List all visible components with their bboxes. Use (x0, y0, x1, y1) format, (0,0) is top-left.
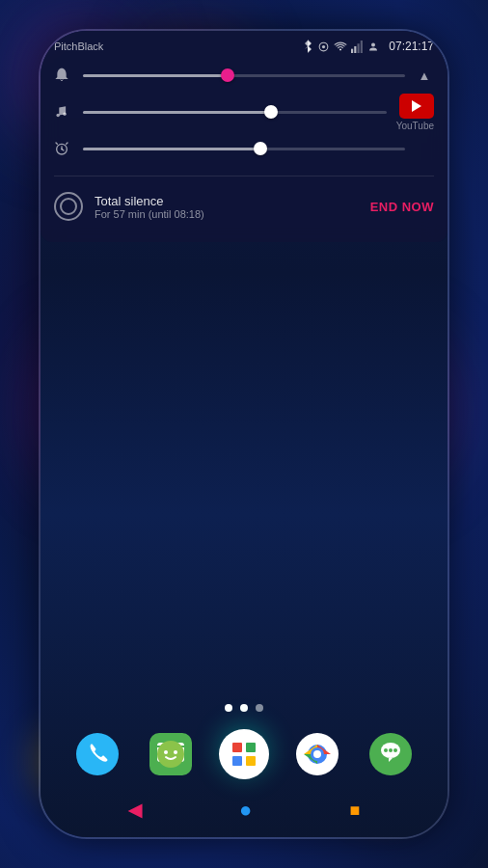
media-slider-thumb[interactable] (264, 105, 278, 119)
silence-subtitle: For 57 min (until 08:18) (95, 208, 204, 220)
youtube-play-button[interactable] (399, 94, 434, 119)
status-icons: 07:21:17 (302, 40, 434, 53)
panel-divider (54, 176, 434, 176)
svg-line-12 (56, 143, 57, 144)
status-time: 07:21:17 (389, 40, 434, 53)
media-slider-row[interactable]: YouTube (41, 93, 447, 131)
svg-point-7 (56, 114, 59, 117)
alarm-slider-row[interactable] (41, 131, 447, 166)
alarm-slider-thumb[interactable] (254, 142, 267, 155)
panel-status-bar: PitchBlack (41, 31, 447, 58)
chrome-svg (296, 733, 339, 775)
music-note-icon (54, 104, 73, 120)
navigation-bar: ◀ ● ■ (41, 789, 447, 831)
svg-line-13 (67, 143, 68, 144)
account-icon (367, 41, 379, 53)
hangouts-svg (369, 733, 412, 775)
dock-icon-chrome[interactable] (292, 729, 342, 779)
silence-icon (54, 192, 83, 221)
silence-icon-inner (60, 198, 77, 215)
youtube-label: YouTube (396, 121, 434, 131)
volume-slider-thumb[interactable] (221, 68, 234, 82)
dock-icon-messenger[interactable] (146, 729, 196, 779)
svg-point-22 (174, 750, 177, 754)
notification-panel: PitchBlack (41, 31, 447, 242)
wifi-icon (334, 41, 347, 52)
launcher-svg (219, 729, 269, 779)
silence-title: Total silence (95, 194, 204, 208)
svg-point-36 (393, 748, 397, 752)
svg-point-34 (384, 748, 388, 752)
svg-rect-26 (232, 756, 242, 766)
svg-point-14 (76, 733, 119, 775)
theme-label: PitchBlack (54, 41, 103, 52)
media-slider-track[interactable] (83, 111, 387, 114)
volume-slider-track[interactable] (83, 74, 405, 77)
signal-icon (351, 41, 364, 53)
svg-rect-4 (358, 43, 360, 53)
svg-point-6 (371, 42, 375, 46)
svg-point-8 (63, 113, 66, 116)
svg-point-1 (322, 44, 325, 47)
phone-frame: PitchBlack (39, 29, 449, 839)
svg-rect-2 (351, 48, 353, 52)
bell-icon (54, 67, 73, 84)
svg-rect-3 (355, 45, 357, 52)
dock-icon-hangouts[interactable] (366, 729, 416, 779)
home-button[interactable]: ● (239, 798, 252, 823)
svg-point-20 (157, 741, 184, 768)
alarm-slider-track[interactable] (83, 148, 405, 150)
back-button[interactable]: ◀ (128, 800, 142, 821)
svg-rect-5 (361, 41, 363, 53)
bluetooth-icon (302, 40, 313, 53)
svg-rect-24 (232, 743, 242, 752)
alarm-icon (54, 141, 73, 156)
gps-icon (317, 41, 330, 53)
svg-point-31 (313, 750, 321, 758)
page-indicators (41, 704, 447, 712)
silence-text: Total silence For 57 min (until 08:18) (95, 194, 204, 220)
messenger-svg (149, 733, 192, 775)
page-dot-2[interactable] (240, 704, 248, 712)
volume-slider-row[interactable]: ▲ (41, 58, 447, 93)
svg-point-23 (219, 729, 269, 779)
play-icon (412, 100, 421, 112)
svg-rect-25 (246, 743, 256, 752)
phone-screen: PitchBlack (41, 31, 447, 837)
youtube-controls: YouTube (396, 94, 434, 131)
svg-line-11 (62, 149, 64, 150)
recents-button[interactable]: ■ (349, 800, 360, 821)
svg-rect-27 (246, 756, 256, 766)
svg-point-21 (164, 750, 168, 754)
page-dot-3[interactable] (256, 704, 263, 712)
app-dock (41, 729, 447, 779)
svg-point-35 (389, 748, 393, 752)
end-now-button[interactable]: END NOW (370, 200, 434, 214)
phone-svg (76, 733, 119, 775)
dock-icon-phone[interactable] (72, 729, 122, 779)
dock-icon-launcher[interactable] (219, 729, 269, 779)
silence-row: Total silence For 57 min (until 08:18) E… (41, 186, 447, 227)
panel-expand-arrow[interactable]: ▲ (415, 68, 434, 83)
page-dot-1[interactable] (225, 704, 232, 712)
